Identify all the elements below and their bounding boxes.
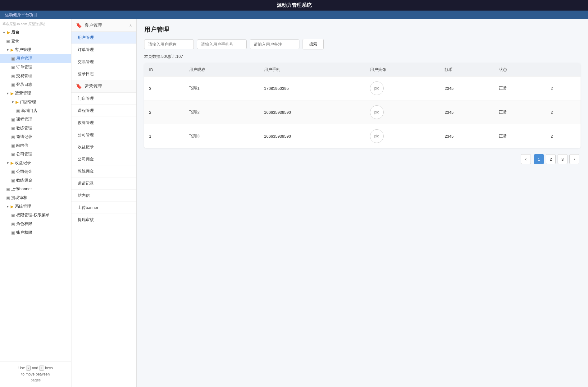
tree-content: 摹客原型·ib.com 原型资源站 ▼ ▶ 后台 ▣ 登录 ▼ ▶ 客户管理 ▣	[0, 19, 71, 361]
page-title: 用户管理	[144, 25, 581, 34]
table-row: 3 飞翔1 17681950395 pic 2345 正常 2	[144, 76, 581, 100]
file-icon: ▣	[11, 117, 15, 122]
file-icon: ▣	[11, 178, 15, 183]
tree-item-coach-mgmt[interactable]: ▣ 教练管理	[0, 124, 71, 132]
file-icon: ▣	[6, 196, 10, 200]
cell-status: 正常	[494, 76, 545, 100]
tree-item-withdrawal-review[interactable]: ▣ 提现审核	[0, 193, 71, 202]
chevron-up-icon: ∧	[129, 23, 132, 28]
tree-item-role-permission[interactable]: ▣ 角色权限	[0, 219, 71, 228]
mid-nav-item-company-commission[interactable]: 公司佣金	[71, 153, 136, 165]
tree-item-transaction-mgmt[interactable]: ▣ 交易管理	[0, 71, 71, 80]
table-row: 1 飞翔3 166635939590 pic 2345 正常 2	[144, 124, 581, 148]
cell-extra: 2	[545, 124, 581, 148]
tree-item-customer-mgmt[interactable]: ▼ ▶ 客户管理	[0, 45, 71, 54]
tree-item-login-log[interactable]: ▣ 登录日志	[0, 80, 71, 89]
user-avatar: pic	[370, 129, 384, 143]
second-bar: 运动健身平台项目	[0, 11, 588, 19]
tree-item-order-mgmt[interactable]: ▣ 订单管理	[0, 63, 71, 71]
mid-nav-customer-header[interactable]: 🔖 客户管理 ∧	[71, 19, 136, 32]
mid-nav-item-withdrawal-review[interactable]: 提现审核	[71, 214, 136, 226]
phone-search-input[interactable]	[197, 39, 247, 49]
tree-item-company-mgmt[interactable]: ▣ 公司管理	[0, 150, 71, 159]
cell-id: 3	[144, 76, 184, 100]
tree-item-new-store[interactable]: ▣ 新增门店	[0, 106, 71, 115]
tree-item-invite-records[interactable]: ▣ 邀请记录	[0, 132, 71, 141]
tree-item-operations-mgmt[interactable]: ▼ ▶ 运营管理	[0, 89, 71, 98]
cell-nickname: 飞翔3	[184, 124, 259, 148]
file-icon: ▣	[11, 82, 15, 87]
tree-item-course-mgmt[interactable]: ▣ 课程管理	[0, 115, 71, 124]
cell-phone: 166635939590	[259, 100, 365, 124]
file-icon: ▣	[11, 143, 15, 148]
mid-nav-item-coach-commission[interactable]: 教练佣金	[71, 165, 136, 177]
mid-nav-item-transaction-mgmt[interactable]: 交易管理	[71, 56, 136, 68]
file-icon: ▣	[11, 65, 15, 70]
nickname-search-input[interactable]	[144, 39, 194, 49]
mid-nav-item-login-log[interactable]: 登录日志	[71, 68, 136, 80]
tree-item-coach-commission[interactable]: ▣ 教练佣金	[0, 176, 71, 185]
mid-nav-item-revenue-records[interactable]: 收益记录	[71, 141, 136, 153]
mid-nav-item-coach-mgmt[interactable]: 教练管理	[71, 117, 136, 129]
cell-id: 1	[144, 124, 184, 148]
folder-icon: ▶	[11, 161, 14, 165]
user-avatar: pic	[370, 105, 384, 119]
mid-nav-item-user-mgmt[interactable]: 用户管理	[71, 32, 136, 44]
tree-item-company-commission[interactable]: ▣ 公司佣金	[0, 167, 71, 176]
tree-item-login[interactable]: ▣ 登录	[0, 37, 71, 45]
tree-item-upload-banner[interactable]: ▣ 上传banner	[0, 185, 71, 193]
sidebar-tree: 摹客原型·ib.com 原型资源站 ▼ ▶ 后台 ▣ 登录 ▼ ▶ 客户管理 ▣	[0, 19, 71, 387]
file-icon: ▣	[11, 74, 15, 78]
user-avatar: pic	[370, 81, 384, 95]
page-btn-3[interactable]: 3	[558, 154, 567, 164]
tree-item-backend[interactable]: ▼ ▶ 后台	[0, 28, 71, 37]
nav-hint: Use ‹ and › keys to move between pages	[0, 361, 71, 387]
page-btn-2[interactable]: 2	[546, 154, 556, 164]
cell-phone: 166635939590	[259, 124, 365, 148]
table-body: 3 飞翔1 17681950395 pic 2345 正常 2 2 飞翔2 16…	[144, 76, 581, 148]
arrow-icon: ▼	[6, 205, 9, 208]
tree-item-store-mgmt[interactable]: ▼ ▶ 门店管理	[0, 98, 71, 106]
mid-nav-item-order-mgmt[interactable]: 订单管理	[71, 44, 136, 56]
cell-extra: 2	[545, 100, 581, 124]
nav-hint-pages: pages	[30, 378, 41, 382]
platform-label: 运动健身平台项目	[5, 12, 37, 18]
tree-item-internal-mail[interactable]: ▣ 站内信	[0, 141, 71, 150]
search-button[interactable]: 搜索	[303, 39, 324, 49]
next-page-btn[interactable]: ›	[569, 154, 579, 164]
cell-nickname: 飞翔1	[184, 76, 259, 100]
tree-item-account-permission[interactable]: ▣ 账户权限	[0, 228, 71, 237]
tree-item-system-mgmt[interactable]: ▼ ▶ 系统管理	[0, 202, 71, 211]
prev-page-btn[interactable]: ‹	[521, 154, 531, 164]
data-summary: 本页数据:50/总计:107	[144, 54, 581, 59]
col-coins: 靓币	[440, 63, 494, 76]
mid-nav-item-store-mgmt[interactable]: 门店管理	[71, 93, 136, 105]
remark-search-input[interactable]	[250, 39, 299, 49]
cell-avatar: pic	[365, 76, 440, 100]
nav-hint-use: Use	[18, 366, 25, 370]
tree-item-permission-menu[interactable]: ▣ 权限管理-权限菜单	[0, 211, 71, 219]
mid-nav-item-internal-mail[interactable]: 站内信	[71, 190, 136, 202]
mid-nav-operations-header[interactable]: 🔖 运营管理	[71, 80, 136, 93]
watermark: 摹客原型·ib.com 原型资源站	[0, 21, 71, 28]
mid-nav-item-invite-records[interactable]: 邀请记录	[71, 177, 136, 190]
mid-nav-item-upload-banner[interactable]: 上传banner	[71, 202, 136, 214]
folder-icon: ▶	[16, 100, 19, 104]
nav-hint-keys: keys	[45, 366, 53, 370]
cell-coins: 2345	[440, 124, 494, 148]
tree-item-revenue-records[interactable]: ▼ ▶ 收益记录	[0, 159, 71, 167]
page-btn-1[interactable]: 1	[534, 154, 544, 164]
file-icon: ▣	[11, 230, 15, 235]
tree-item-user-mgmt[interactable]: ▣ 用户管理	[0, 54, 71, 63]
nav-hint-tomove: to move between	[21, 372, 50, 376]
table-header-row: ID 用户昵称 用户手机 用户头像 靓币 状态	[144, 63, 581, 76]
bookmark-icon: 🔖	[76, 22, 82, 28]
file-icon: ▣	[11, 169, 15, 174]
mid-nav-item-company-mgmt[interactable]: 公司管理	[71, 129, 136, 141]
bookmark-icon-2: 🔖	[76, 83, 82, 89]
file-icon: ▣	[11, 126, 15, 131]
mid-nav-item-course-mgmt[interactable]: 课程管理	[71, 105, 136, 117]
col-phone: 用户手机	[259, 63, 365, 76]
cell-avatar: pic	[365, 100, 440, 124]
mid-nav-operations-section: 🔖 运营管理 门店管理 课程管理 教练管理 公司管理 收益记录 公司佣金	[71, 80, 136, 226]
